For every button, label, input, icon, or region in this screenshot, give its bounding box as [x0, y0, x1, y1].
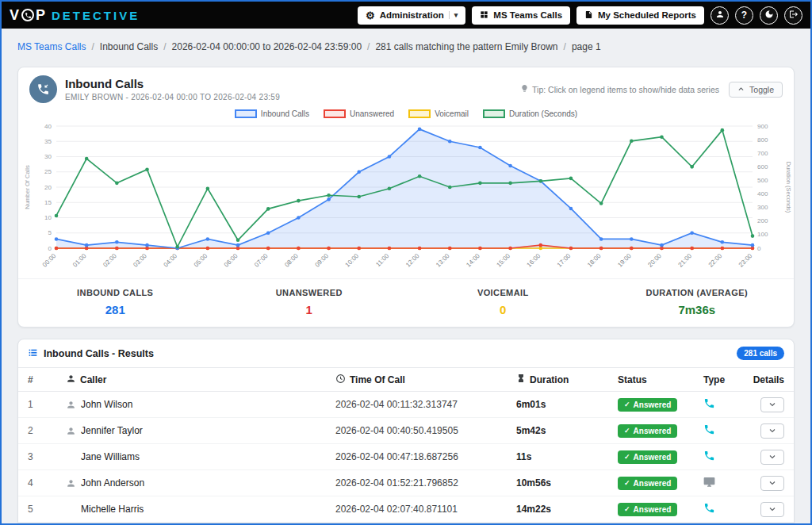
person-icon [66, 374, 76, 386]
status-cell: ✓Answered [618, 450, 703, 464]
legend-item[interactable]: Unanswered [324, 109, 394, 118]
toggle-chart-button[interactable]: Toggle [729, 82, 783, 98]
svg-text:13:00: 13:00 [435, 252, 451, 269]
type-cell [703, 476, 748, 490]
help-button[interactable]: ? [735, 6, 753, 25]
time-of-call: 2026-02-04 00:11:32.313747 [335, 399, 516, 410]
dark-mode-button[interactable] [760, 6, 778, 25]
stat-value: 1 [213, 303, 407, 316]
column-header-status[interactable]: Status [618, 374, 703, 385]
column-header-time[interactable]: Time Of Call [335, 374, 516, 386]
type-cell [703, 423, 748, 438]
chart-card-titles: Inbound Calls EMILY BROWN - 2026-02-04 0… [65, 77, 280, 102]
svg-text:09:00: 09:00 [313, 252, 330, 269]
legend-item[interactable]: Duration (Seconds) [483, 109, 577, 118]
svg-text:20: 20 [44, 184, 52, 191]
my-scheduled-reports-label: My Scheduled Reports [598, 10, 696, 20]
column-header-duration[interactable]: Duration [516, 374, 618, 385]
svg-text:00:00: 00:00 [41, 252, 58, 269]
details-expand-button[interactable] [760, 450, 784, 465]
column-header-type[interactable]: Type [703, 374, 748, 385]
row-number: 3 [28, 451, 66, 462]
svg-text:Duration (Seconds): Duration (Seconds) [785, 162, 792, 213]
details-expand-button[interactable] [760, 423, 784, 439]
results-header: Inbound Calls - Results 281 calls [18, 339, 794, 368]
svg-text:04:00: 04:00 [163, 252, 179, 269]
table-row: 5 Michelle Harris 2026-02-04 02:07:40.87… [18, 496, 794, 523]
details-expand-button[interactable] [760, 502, 784, 517]
table-row: 2 Jennifer Taylor 2026-02-04 00:40:50.41… [18, 418, 794, 444]
legend-label: Duration (Seconds) [509, 109, 577, 118]
row-number: 5 [28, 504, 66, 515]
logo-text-detective: DETECTIVE [52, 9, 140, 22]
svg-text:20:00: 20:00 [646, 252, 663, 269]
caller-cell: Jennifer Taylor [66, 425, 335, 436]
my-scheduled-reports-button[interactable]: My Scheduled Reports [576, 6, 704, 25]
inbound-calls-chart-card: Inbound Calls EMILY BROWN - 2026-02-04 0… [17, 67, 795, 328]
status-badge: ✓Answered [618, 477, 677, 490]
svg-text:22:00: 22:00 [707, 252, 724, 269]
details-expand-button[interactable] [760, 397, 784, 412]
details-cell [748, 502, 784, 517]
chart-legend: Inbound CallsUnansweredVoicemailDuration… [18, 106, 794, 120]
administration-button[interactable]: ⚙ Administration ▾ [358, 6, 465, 25]
voip-detective-logo[interactable]: V P DETECTIVE [10, 7, 140, 24]
column-header-num[interactable]: # [28, 374, 66, 385]
legend-item[interactable]: Voicemail [408, 109, 469, 118]
breadcrumb-item: Inbound Calls [100, 41, 158, 52]
caller-cell: Jane Williams [66, 451, 335, 462]
svg-text:600: 600 [757, 163, 768, 171]
column-header-caller-label: Caller [80, 374, 106, 385]
column-header-time-label: Time Of Call [350, 374, 405, 385]
logout-button[interactable] [784, 6, 802, 25]
svg-text:06:00: 06:00 [223, 252, 239, 269]
report-icon [584, 10, 593, 21]
caller-name: John Anderson [81, 477, 144, 489]
svg-text:01:00: 01:00 [71, 252, 88, 269]
time-of-call: 2026-02-04 02:07:40.871101 [335, 504, 516, 515]
svg-text:18:00: 18:00 [586, 252, 603, 269]
svg-text:16:00: 16:00 [526, 252, 542, 269]
svg-text:100: 100 [757, 231, 768, 238]
gear-icon: ⚙ [366, 10, 375, 21]
breadcrumb-item: 281 calls matching the pattern Emily Bro… [375, 41, 557, 52]
svg-text:12:00: 12:00 [404, 252, 421, 269]
legend-item[interactable]: Inbound Calls [235, 109, 309, 118]
details-expand-button[interactable] [760, 476, 784, 491]
phone-call-type-icon [703, 423, 715, 435]
hourglass-icon [516, 374, 526, 385]
legend-swatch [235, 109, 257, 118]
svg-text:15:00: 15:00 [495, 252, 511, 269]
status-cell: ✓Answered [618, 477, 703, 490]
column-header-details[interactable]: Details [748, 374, 784, 385]
svg-text:23:00: 23:00 [737, 252, 754, 269]
summary-stats-row: INBOUND CALLS281UNANSWERED1VOICEMAIL0DUR… [18, 278, 794, 327]
svg-text:900: 900 [757, 123, 768, 130]
table-row: 6 David Smith 2026-02-04 03:46:47.416090… [18, 523, 794, 523]
svg-text:400: 400 [757, 190, 768, 197]
svg-text:05:00: 05:00 [193, 252, 209, 269]
administration-label: Administration [380, 10, 444, 20]
toggle-label: Toggle [749, 85, 774, 94]
moon-icon [764, 10, 774, 21]
top-navigation-bar: V P DETECTIVE ⚙ Administration ▾ MS Team… [2, 2, 810, 29]
breadcrumb-item[interactable]: MS Teams Calls [17, 41, 86, 52]
legend-swatch [483, 109, 505, 118]
teams-grid-icon [480, 10, 488, 21]
summary-stat: VOICEMAIL0 [406, 288, 600, 316]
status-badge: ✓Answered [618, 398, 677, 412]
svg-text:10:00: 10:00 [344, 252, 361, 269]
column-header-caller[interactable]: Caller [66, 374, 335, 386]
svg-text:21:00: 21:00 [677, 252, 694, 269]
ms-teams-calls-button[interactable]: MS Teams Calls [472, 6, 570, 25]
stat-label: INBOUND CALLS [18, 288, 213, 297]
stat-value: 7m36s [600, 303, 795, 316]
svg-text:300: 300 [757, 204, 768, 211]
summary-stat: INBOUND CALLS281 [18, 288, 213, 316]
svg-text:25: 25 [44, 168, 52, 175]
chart-subtitle: EMILY BROWN - 2026-02-04 00:00 TO 2026-0… [65, 93, 280, 102]
caller-name: Michelle Harris [81, 504, 144, 515]
chart-card-header: Inbound Calls EMILY BROWN - 2026-02-04 0… [18, 67, 794, 106]
svg-text:14:00: 14:00 [465, 252, 481, 269]
account-button[interactable] [710, 6, 729, 25]
